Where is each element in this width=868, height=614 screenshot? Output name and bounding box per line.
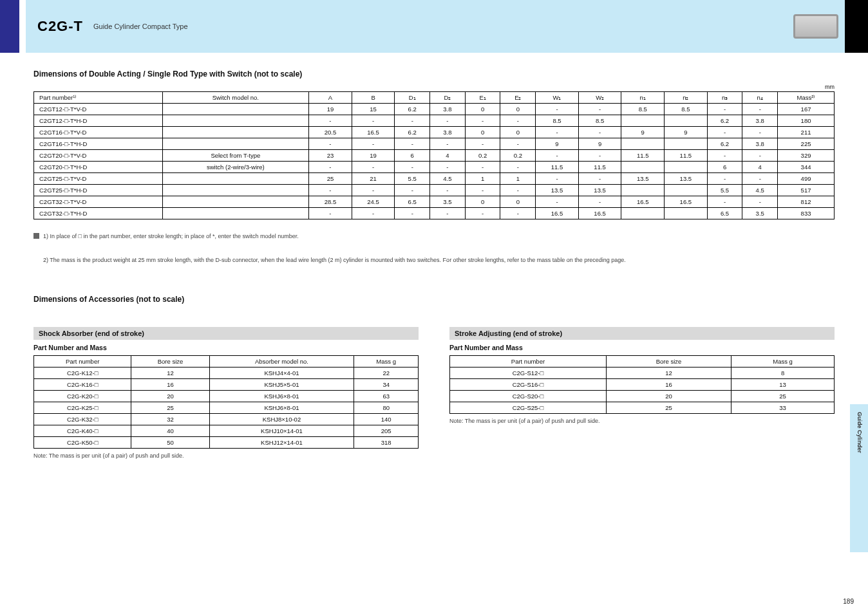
table-row: C2GT20-□-T*H-Dswitch (2-wire/3-wire)----… xyxy=(34,162,835,173)
table-cell: C2GT25-□-T*H-D xyxy=(34,185,163,196)
table-row: C2G-K20-□20KSHJ6×8-0163 xyxy=(34,390,419,402)
table-cell: 0 xyxy=(465,127,500,138)
table-cell: 225 xyxy=(778,138,835,150)
table-cell: - xyxy=(536,150,579,162)
table-cell: - xyxy=(536,196,579,208)
table-cell: 40 xyxy=(131,425,209,436)
table-cell xyxy=(162,115,309,127)
table-cell xyxy=(665,115,708,127)
table-cell: - xyxy=(742,127,778,138)
table-row: C2G-K16-□16KSHJ5×5-0134 xyxy=(34,378,419,390)
table-cell: KSHJ8×10-02 xyxy=(209,413,354,425)
table-cell: - xyxy=(465,138,500,150)
table-cell: 517 xyxy=(778,185,835,196)
table-cell xyxy=(665,162,708,173)
table-cell: KSHJ6×8-01 xyxy=(209,390,354,402)
table-cell: 12 xyxy=(131,367,209,378)
table-cell: 8.5 xyxy=(536,115,579,127)
table-cell: - xyxy=(707,150,742,162)
table-row: C2GT25-□-T*H-D------13.513.55.54.5517 xyxy=(34,185,835,196)
unit-note: mm xyxy=(33,84,835,90)
table-cell xyxy=(621,185,665,196)
stroke-adjusting-table: Part number Bore size Mass g C2G-S12-□12… xyxy=(449,355,835,414)
table-cell: 5.5 xyxy=(707,185,742,196)
table-cell: 8 xyxy=(731,367,835,378)
table-cell: C2G-S20-□ xyxy=(450,390,607,402)
table-cell: - xyxy=(352,138,395,150)
note-line: 2) The mass is the product weight at 25 … xyxy=(43,256,626,264)
table-cell: - xyxy=(309,185,352,196)
table-cell: 140 xyxy=(354,413,419,425)
th: D₂ xyxy=(430,92,466,104)
table-cell: - xyxy=(742,173,778,185)
table-cell: 3.8 xyxy=(430,104,466,115)
th: Absorber model no. xyxy=(209,355,354,367)
shock-absorber-note: Note: The mass is per unit (of a pair) o… xyxy=(33,452,419,459)
stroke-adjusting-sub: Part Number and Mass xyxy=(449,344,835,351)
table-cell: C2G-K40-□ xyxy=(34,425,131,436)
table-cell: - xyxy=(309,162,352,173)
table-cell xyxy=(665,138,708,150)
th: E₁ xyxy=(465,92,500,104)
table-cell: 1 xyxy=(500,173,536,185)
banner-stripe-white xyxy=(19,0,26,53)
th: Mass²⁾ xyxy=(778,92,835,104)
table-cell: 12 xyxy=(606,367,731,378)
table-cell: 50 xyxy=(131,436,209,448)
table-cell: - xyxy=(395,162,430,173)
table-cell: - xyxy=(578,173,621,185)
table-cell: 22 xyxy=(354,367,419,378)
table-cell: - xyxy=(500,162,536,173)
product-thumbnail-icon xyxy=(793,14,838,39)
th: A xyxy=(309,92,352,104)
table-cell: - xyxy=(309,138,352,150)
table-cell: 33 xyxy=(731,402,835,413)
table-cell: 9 xyxy=(536,138,579,150)
table-cell: 13.5 xyxy=(578,185,621,196)
table-cell: - xyxy=(500,115,536,127)
table-cell: 21 xyxy=(352,173,395,185)
stroke-adjusting-block: Stroke Adjusting (end of stroke) Part Nu… xyxy=(449,327,835,459)
table-cell: 329 xyxy=(778,150,835,162)
table-cell: - xyxy=(707,196,742,208)
th: Bore size xyxy=(606,355,731,367)
table-row: C2G-K32-□32KSHJ8×10-02140 xyxy=(34,413,419,425)
table-cell: 4 xyxy=(742,162,778,173)
th: Bore size xyxy=(131,355,209,367)
table-cell: switch (2-wire/3-wire) xyxy=(162,162,309,173)
th: Part number xyxy=(34,355,131,367)
table-cell: 28.5 xyxy=(309,196,352,208)
table-row: C2GT12-□-T*V-D19156.23.800--8.58.5--167 xyxy=(34,104,835,115)
table-cell: 8.5 xyxy=(578,115,621,127)
table-cell: 9 xyxy=(621,127,665,138)
side-tab: Guide Cylinder xyxy=(850,404,868,552)
th: Switch model no. xyxy=(162,92,309,104)
content-area: Dimensions of Double Acting / Single Rod… xyxy=(0,53,868,474)
table-cell: 24.5 xyxy=(352,196,395,208)
table-cell: 25 xyxy=(309,173,352,185)
table-cell: C2G-K32-□ xyxy=(34,413,131,425)
table-cell: 4.5 xyxy=(430,173,466,185)
table-cell: - xyxy=(536,173,579,185)
table-cell: C2GT32-□-T*H-D xyxy=(34,208,163,219)
table-cell: 32 xyxy=(131,413,209,425)
table-cell: C2G-S25-□ xyxy=(450,402,607,413)
table-cell: 20.5 xyxy=(309,127,352,138)
th: Part number xyxy=(450,355,607,367)
table-cell: - xyxy=(578,196,621,208)
table-cell: 0 xyxy=(500,127,536,138)
table-cell: 16 xyxy=(606,378,731,390)
table-cell: - xyxy=(395,208,430,219)
series-subtitle: Guide Cylinder Compact Type xyxy=(93,23,188,30)
table-cell: 16.5 xyxy=(352,127,395,138)
table-cell: 3.5 xyxy=(430,196,466,208)
banner-stripe-dark xyxy=(0,0,19,53)
th: n₃ xyxy=(707,92,742,104)
table-row: C2G-S16-□1613 xyxy=(450,378,835,390)
table-cell: C2GT16-□-T*V-D xyxy=(34,127,163,138)
dimensions-table: Part number¹⁾ Switch model no. A B D₁ D₂… xyxy=(33,91,835,219)
table-cell: 833 xyxy=(778,208,835,219)
table-cell: 3.8 xyxy=(742,138,778,150)
table-cell: 4.5 xyxy=(742,185,778,196)
table-cell: - xyxy=(578,104,621,115)
